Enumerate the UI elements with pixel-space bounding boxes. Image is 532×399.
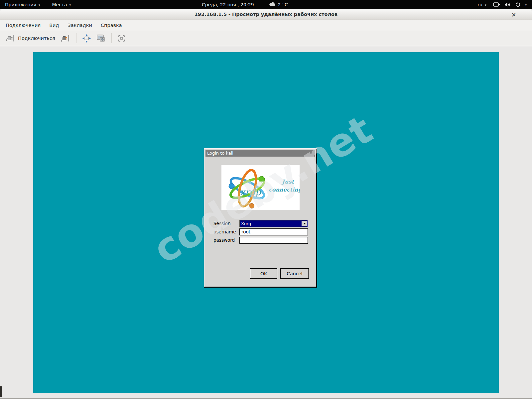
chevron-down-icon: ▾ xyxy=(39,3,40,7)
password-label: password xyxy=(213,237,235,243)
session-selected-value: Xorg xyxy=(241,221,251,226)
ok-button[interactable]: OK xyxy=(250,268,277,279)
screenshot-icon xyxy=(96,34,106,43)
xrdp-brand-text: xrdp xyxy=(240,187,261,197)
dialog-titlebar[interactable]: Login to kali xyxy=(205,150,315,157)
volume-icon xyxy=(504,2,511,7)
remote-screen[interactable]: Login to kali xyxy=(33,52,499,393)
text-caret xyxy=(241,230,241,234)
window-title: 192.168.1.5 - Просмотр удалённых рабочих… xyxy=(195,12,338,17)
menu-connections[interactable]: Подключения xyxy=(2,21,45,30)
toolbar-separator xyxy=(111,33,112,43)
username-value: root xyxy=(241,229,250,234)
remote-viewport: Login to kali xyxy=(0,46,532,397)
applications-menu-label: Приложения xyxy=(5,2,36,7)
battery-icon xyxy=(493,2,500,7)
chevron-down-icon: ▾ xyxy=(525,3,527,7)
xrdp-tagline-2: connecting xyxy=(269,187,300,193)
scaling-button[interactable] xyxy=(115,33,128,44)
screenshot-button[interactable] xyxy=(94,32,108,44)
gnome-top-panel: Приложения ▾ Места ▾ Среда, 22 ноя., 20:… xyxy=(0,0,532,9)
connect-button[interactable]: Подключиться xyxy=(3,32,58,44)
fullscreen-button[interactable] xyxy=(79,32,94,45)
power-icon xyxy=(515,2,521,7)
fit-window-icon xyxy=(117,34,126,43)
chevron-down-icon: ▾ xyxy=(485,3,486,7)
remote-desktop-viewer-window: 192.168.1.5 - Просмотр удалённых рабочих… xyxy=(0,9,532,399)
clock[interactable]: Среда, 22 ноя., 20:29 xyxy=(198,0,258,9)
fullscreen-icon xyxy=(82,34,91,43)
menu-help[interactable]: Справка xyxy=(97,21,126,30)
connect-button-label: Подключиться xyxy=(18,36,55,41)
toolbar: Подключиться xyxy=(0,31,532,46)
cloud-icon xyxy=(269,2,276,7)
session-select[interactable]: Xorg xyxy=(239,220,308,227)
close-button[interactable]: × xyxy=(510,11,518,19)
password-field[interactable] xyxy=(239,237,308,244)
username-field[interactable]: root xyxy=(239,228,308,235)
temperature-label: 2 °C xyxy=(278,2,288,7)
session-label: Session xyxy=(213,220,231,226)
menubar: Подключения Вид Закладки Справка xyxy=(0,20,532,31)
cancel-button[interactable]: Cancel xyxy=(280,268,309,279)
disconnect-button[interactable] xyxy=(58,32,73,44)
xrdp-tagline-1: Just xyxy=(281,179,294,185)
plug-disconnect-icon xyxy=(61,34,70,43)
plug-connect-icon xyxy=(6,34,16,43)
keyboard-layout-label: ru xyxy=(477,2,482,7)
xrdp-logo: xrdp Just connecting xyxy=(221,165,300,210)
window-corner-shadow xyxy=(0,386,2,397)
menu-bookmarks[interactable]: Закладки xyxy=(64,21,96,30)
keyboard-layout-indicator[interactable]: ru ▾ xyxy=(474,0,490,9)
window-titlebar[interactable]: 192.168.1.5 - Просмотр удалённых рабочих… xyxy=(0,9,532,20)
chevron-down-icon: ▾ xyxy=(69,3,71,7)
session-dropdown-button[interactable] xyxy=(302,221,307,226)
clock-label: Среда, 22 ноя., 20:29 xyxy=(202,2,254,7)
menu-view[interactable]: Вид xyxy=(45,21,63,30)
system-status-menu[interactable]: ▾ xyxy=(490,0,530,9)
toolbar-separator xyxy=(76,33,76,43)
xrdp-login-dialog: Login to kali xyxy=(204,148,317,288)
places-menu-label: Места xyxy=(52,2,67,7)
applications-menu[interactable]: Приложения ▾ xyxy=(1,0,44,9)
places-menu[interactable]: Места ▾ xyxy=(48,0,74,9)
username-label: username xyxy=(213,229,236,235)
weather-indicator[interactable]: 2 °C xyxy=(265,0,292,9)
dropdown-arrow-icon xyxy=(303,223,306,224)
